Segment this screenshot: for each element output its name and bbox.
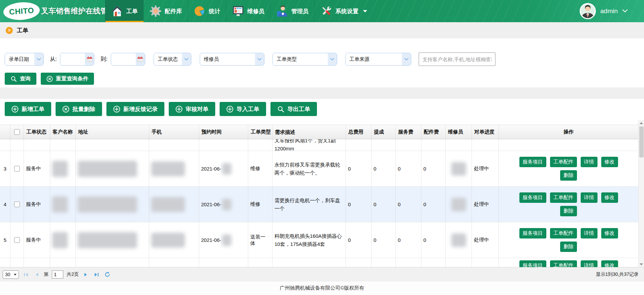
- modify-button[interactable]: 修改: [601, 228, 618, 238]
- plus-circle-icon: [113, 106, 120, 113]
- user-menu[interactable]: admin: [580, 0, 644, 22]
- next-page-button[interactable]: [82, 271, 90, 278]
- service-fee: 0: [395, 187, 421, 222]
- reset-filters-button[interactable]: 重置查询条件: [41, 73, 94, 85]
- col-header-phone: 手机: [149, 125, 199, 139]
- order-progress: 处理中: [472, 222, 498, 258]
- col-header-status: 工单状态: [24, 125, 50, 139]
- order-parts-button[interactable]: 工单配件: [550, 157, 577, 167]
- plus-circle-icon: [226, 106, 233, 113]
- service-items-button[interactable]: 服务项目: [519, 192, 546, 203]
- gear-icon: [150, 5, 162, 17]
- scroll-up-button[interactable]: [639, 120, 644, 126]
- breadcrumb-arrow-icon: >: [6, 27, 13, 34]
- date-from-input[interactable]: [60, 53, 94, 66]
- row-checkbox[interactable]: [14, 237, 20, 243]
- delete-button[interactable]: 删除: [560, 170, 577, 181]
- order-parts-button[interactable]: 工单配件: [550, 260, 577, 267]
- home-icon: [111, 5, 123, 17]
- brand-area: CHITO 叉车销售维护在线管理系统: [0, 0, 105, 22]
- row-checkbox[interactable]: [14, 166, 20, 172]
- details-button[interactable]: 详情: [581, 260, 598, 267]
- col-header-progress: 对单进度: [472, 125, 498, 139]
- calendar-icon[interactable]: [136, 53, 145, 65]
- previous-page-button[interactable]: [33, 271, 40, 278]
- nav-label: 系统设置: [335, 7, 358, 15]
- plus-circle-icon: [11, 106, 19, 113]
- order-type: 送装一体: [248, 222, 272, 258]
- breadcrumb: > 工单: [0, 22, 644, 38]
- appoint-time: 2021-06-: [199, 187, 248, 222]
- search-icon: [277, 106, 284, 113]
- details-button[interactable]: 详情: [581, 192, 598, 203]
- chito-logo: CHITO: [3, 1, 40, 21]
- x-circle-icon: [62, 106, 69, 113]
- order-status-select[interactable]: 工单状态: [154, 53, 191, 66]
- nav-tab-system-settings[interactable]: 系统设置: [314, 0, 373, 22]
- modify-button[interactable]: 修改: [601, 157, 618, 167]
- select-all-checkbox[interactable]: [14, 129, 20, 135]
- pagination-bar: 30 第 共2页 显示1到30,共37记录: [0, 267, 644, 282]
- row-checkbox[interactable]: [14, 201, 20, 207]
- order-progress: 处理中: [472, 187, 498, 222]
- date-to-input[interactable]: [111, 53, 145, 66]
- service-items-button[interactable]: 服务项目: [519, 157, 546, 167]
- keyword-search-input[interactable]: [419, 52, 495, 66]
- col-header-actions: 操作: [498, 125, 638, 139]
- nav-tab-repairmen[interactable]: 维修员: [226, 0, 270, 22]
- demand-description: 叉车报价风扇1个，货叉1副 1200mm: [275, 139, 336, 151]
- monitor-icon: [232, 5, 244, 17]
- review-order-button[interactable]: 审核对单: [169, 102, 215, 116]
- order-parts-button[interactable]: 工单配件: [550, 192, 577, 203]
- row-actions: 服务项目 工单配件 详情 修改: [498, 258, 638, 267]
- order-status: 服务中: [24, 151, 50, 186]
- row-index: 5: [0, 222, 10, 258]
- date-field-select[interactable]: 录单日期: [5, 53, 44, 66]
- delete-button[interactable]: 删除: [560, 206, 577, 216]
- modify-button[interactable]: 修改: [601, 260, 618, 267]
- service-items-button[interactable]: 服务项目: [519, 228, 546, 238]
- customer-name-redacted: [52, 232, 68, 248]
- page-size-select[interactable]: 30: [3, 270, 19, 279]
- service-fee: 0: [395, 222, 421, 258]
- delete-button[interactable]: 删除: [560, 242, 577, 252]
- x-circle-icon: [46, 76, 53, 82]
- first-page-button[interactable]: [22, 271, 30, 278]
- nav-tab-statistics[interactable]: 统计: [188, 0, 226, 22]
- row-index: 3: [0, 151, 10, 186]
- caret-down-icon: [14, 274, 17, 275]
- refresh-icon[interactable]: [104, 271, 111, 278]
- copyright-footer: 广州驰腾机械设备有限公司©版权所有: [0, 282, 644, 295]
- import-orders-button[interactable]: 导入工单: [220, 102, 266, 116]
- details-button[interactable]: 详情: [581, 228, 598, 238]
- parts-fee: 0: [421, 187, 445, 222]
- page-number-input[interactable]: [52, 270, 63, 279]
- order-parts-button[interactable]: 工单配件: [550, 228, 577, 238]
- admin-person-icon: [276, 5, 288, 17]
- details-button[interactable]: 详情: [581, 157, 598, 167]
- vertical-scrollbar[interactable]: [638, 120, 644, 267]
- add-feedback-button[interactable]: 新增反馈记录: [106, 102, 164, 116]
- nav-tab-administrators[interactable]: 管理员: [270, 0, 314, 22]
- scrollbar-thumb[interactable]: [639, 126, 644, 157]
- commission: 0: [371, 187, 395, 222]
- scroll-down-button[interactable]: [639, 261, 644, 267]
- export-orders-button[interactable]: 导出工单: [270, 102, 317, 116]
- chevron-down-icon: [34, 53, 43, 65]
- calendar-icon[interactable]: [85, 53, 94, 65]
- nav-tab-parts-library[interactable]: 配件库: [143, 0, 188, 22]
- order-source-select[interactable]: 工单来源: [345, 53, 411, 66]
- pie-chart-icon: [194, 5, 206, 17]
- table-row-partial: 服务项目 工单配件 详情 修改: [0, 258, 638, 267]
- repairman-select[interactable]: 维修员: [200, 53, 264, 66]
- order-type-select[interactable]: 工单类型: [272, 53, 337, 66]
- modify-button[interactable]: 修改: [601, 192, 618, 203]
- nav-tab-work-orders[interactable]: 工单: [105, 0, 143, 22]
- last-page-button[interactable]: [93, 271, 100, 278]
- batch-delete-button[interactable]: 批量删除: [56, 102, 102, 116]
- table-toolbar: 新增工单 批量删除 新增反馈记录 审核对单 导入工单 导出工单: [0, 99, 644, 120]
- search-button[interactable]: 查询: [5, 73, 36, 85]
- total-fee: 0: [346, 151, 371, 186]
- add-order-button[interactable]: 新增工单: [5, 102, 51, 116]
- service-items-button[interactable]: 服务项目: [519, 260, 546, 267]
